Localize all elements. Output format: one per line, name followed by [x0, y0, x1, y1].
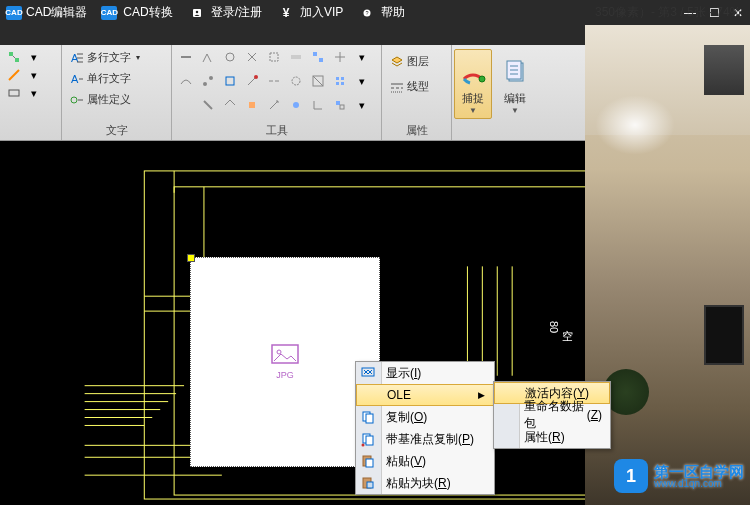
- svg-rect-70: [362, 368, 374, 376]
- menu-vip[interactable]: ¥加入VIP: [274, 4, 351, 21]
- dim-text: 空80: [548, 321, 575, 333]
- tool-10[interactable]: [178, 73, 194, 89]
- draw-tool-5[interactable]: ▾: [26, 67, 42, 83]
- linetype-button[interactable]: 线型: [388, 78, 431, 95]
- cm-ole[interactable]: OLE ▶: [356, 384, 494, 406]
- tool-14[interactable]: [266, 73, 282, 89]
- tool-15[interactable]: [288, 73, 304, 89]
- capture-drop: ▼: [469, 106, 477, 115]
- svg-rect-18: [181, 56, 191, 58]
- cm-paste-block[interactable]: 粘贴为块(R): [356, 472, 494, 494]
- svg-rect-72: [366, 414, 373, 423]
- svg-rect-30: [336, 77, 339, 80]
- tool-23[interactable]: [288, 97, 304, 113]
- title-menus: CADCAD转换 登录/注册 ¥加入VIP ?帮助: [97, 4, 413, 21]
- attr-def-button[interactable]: 属性定义: [68, 91, 142, 108]
- tool-26[interactable]: ▾: [354, 97, 370, 113]
- ribbon-group-tools: ▾ ▾ ▾ 工具: [172, 45, 382, 140]
- ribbon-group-capture: 捕捉 ▼: [452, 45, 494, 140]
- tool-11[interactable]: [200, 73, 216, 89]
- tool-6[interactable]: [288, 49, 304, 65]
- draw-tool-6[interactable]: ▾: [26, 85, 42, 101]
- ole-placeholder: JPG: [271, 344, 299, 380]
- sm-properties[interactable]: 属性(R): [494, 426, 610, 448]
- copy-icon: [360, 409, 376, 425]
- svg-rect-22: [313, 52, 317, 56]
- tool-13[interactable]: [244, 73, 260, 89]
- edit-button[interactable]: 编辑 ▼: [496, 49, 534, 119]
- cm-display[interactable]: 显示(I): [356, 362, 494, 384]
- cad-app-icon: CAD: [6, 6, 22, 20]
- svg-rect-21: [291, 55, 301, 59]
- text-group-label: 文字: [68, 121, 165, 138]
- menu-help[interactable]: ?帮助: [355, 4, 413, 21]
- svg-rect-77: [366, 459, 373, 467]
- tool-20[interactable]: [222, 97, 238, 113]
- svg-text:?: ?: [366, 10, 369, 16]
- svg-point-1: [195, 10, 198, 13]
- tool-19[interactable]: [200, 97, 216, 113]
- app-name-label: CAD编辑器: [26, 4, 87, 21]
- cm-copy[interactable]: 复制(O): [356, 406, 494, 428]
- svg-rect-31: [341, 77, 344, 80]
- paste-block-icon: [360, 475, 376, 491]
- multi-text-button[interactable]: A多行文字▾: [68, 49, 142, 66]
- svg-rect-9: [9, 90, 19, 96]
- tool-2[interactable]: [200, 49, 216, 65]
- tool-21[interactable]: [244, 97, 260, 113]
- capture-button[interactable]: 捕捉 ▼: [454, 49, 492, 119]
- user-icon: [189, 5, 205, 21]
- image-viewer-title: 350像素）- 第3 / 5张 - 74%: [595, 4, 740, 21]
- svg-point-41: [479, 76, 485, 82]
- selection-handle[interactable]: [187, 254, 195, 262]
- svg-rect-79: [367, 482, 373, 488]
- svg-rect-26: [226, 77, 234, 85]
- tool-8[interactable]: [332, 49, 348, 65]
- svg-text:A: A: [71, 73, 79, 85]
- svg-rect-32: [336, 82, 339, 85]
- tool-16[interactable]: [310, 73, 326, 89]
- submenu-arrow-icon: ▶: [478, 390, 485, 400]
- tool-17[interactable]: [332, 73, 348, 89]
- tool-9[interactable]: ▾: [354, 49, 370, 65]
- menu-login[interactable]: 登录/注册: [185, 4, 270, 21]
- draw-tool-2[interactable]: [6, 67, 22, 83]
- tool-4[interactable]: [244, 49, 260, 65]
- svg-point-16: [71, 97, 77, 103]
- group-label: [6, 124, 55, 138]
- ole-submenu: 激活内容(Y) 重命名数据包(Z) 属性(R): [493, 381, 611, 449]
- svg-line-8: [13, 56, 15, 58]
- draw-tool-1[interactable]: [6, 49, 22, 65]
- tool-7[interactable]: [310, 49, 326, 65]
- cm-paste[interactable]: 粘贴(V): [356, 450, 494, 472]
- ribbon-group-attr: 图层 线型 属性: [382, 45, 452, 140]
- tool-12[interactable]: [222, 73, 238, 89]
- app-title: CAD CAD编辑器: [0, 4, 93, 21]
- draw-tool-4[interactable]: ▾: [26, 49, 42, 65]
- yen-icon: ¥: [278, 5, 294, 21]
- edit-icon: [500, 53, 530, 91]
- menu-convert[interactable]: CADCAD转换: [97, 4, 180, 21]
- tool-22[interactable]: [266, 97, 282, 113]
- svg-rect-6: [9, 52, 13, 56]
- draw-tool-3[interactable]: [6, 85, 22, 101]
- tool-18[interactable]: ▾: [354, 73, 370, 89]
- svg-rect-68: [272, 345, 298, 363]
- tool-1[interactable]: [178, 49, 194, 65]
- watermark: 1 第一区自学网 www.d1qn.com: [614, 459, 744, 493]
- cm-copy-base[interactable]: 带基准点复制(P): [356, 428, 494, 450]
- ole-object-selection[interactable]: JPG: [190, 257, 380, 467]
- sm-rename[interactable]: 重命名数据包(Z): [494, 404, 610, 426]
- tool-24[interactable]: [310, 97, 326, 113]
- tool-3[interactable]: [222, 49, 238, 65]
- tool-5[interactable]: [266, 49, 282, 65]
- svg-rect-7: [15, 58, 19, 62]
- svg-point-25: [209, 76, 213, 80]
- layer-button[interactable]: 图层: [388, 53, 431, 70]
- display-icon: [360, 365, 376, 381]
- tool-25[interactable]: [332, 97, 348, 113]
- svg-rect-36: [336, 101, 340, 105]
- svg-point-75: [362, 444, 365, 447]
- single-text-button[interactable]: A单行文字: [68, 70, 142, 87]
- svg-point-28: [292, 77, 300, 85]
